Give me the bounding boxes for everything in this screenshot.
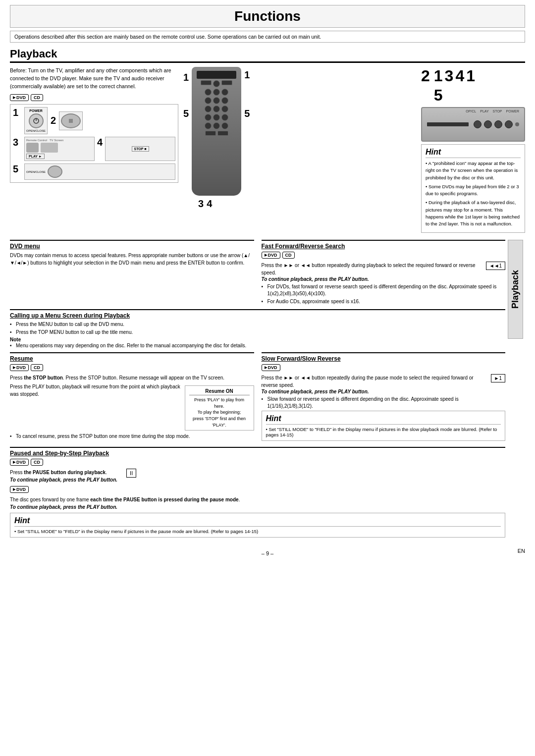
ff-bullet-2: For Audio CDs, approximate speed is x16. [262, 298, 506, 305]
footer-right: EN [273, 548, 525, 554]
remote-btn9 [213, 106, 220, 112]
bottom-hint-text: • Set "STILL MODE" to "FIELD" in the Dis… [14, 529, 501, 534]
resume-cd-icon: CD [31, 364, 43, 371]
steps-diagram: 1 POWER OPEN/CLOSE 2 [10, 104, 178, 183]
stop-label: STOP [493, 109, 502, 113]
step5-number: 5 [13, 163, 22, 180]
dvd-btn-1 [474, 120, 482, 128]
remote-row1 [194, 80, 239, 87]
section-title: Playback [10, 48, 525, 63]
fast-forward-section: Fast Forward/Reverse Search DVD CD Press… [262, 240, 506, 306]
big-num-4: 4 [455, 67, 464, 85]
disc-icon [61, 113, 81, 128]
calling-item-2: Press the TOP MENU button to call up the… [10, 329, 505, 336]
sf-bullet-1: Slow forward or reverse speed is differe… [262, 396, 506, 410]
ff-bullet-1: For DVDs, fast forward or reverse search… [262, 283, 506, 297]
remote-btn15 [213, 122, 220, 129]
playback-intro: Before: Turn on the TV, amplifier and an… [10, 67, 178, 90]
remote-btn16 [221, 122, 228, 129]
paused-dvd-icon: DVD [10, 459, 29, 466]
paused-icon-row: DVD CD [10, 459, 505, 466]
numbers-hint-area: 2 1 3 4 1 5 [421, 67, 525, 236]
page-footer: – 9 – EN [10, 545, 525, 556]
sf-body-area: Press the ►► or ◄◄ button repeatedly dur… [262, 374, 506, 389]
calling-note-label: Note [10, 337, 505, 342]
hint-slow-title: Hint [266, 414, 501, 425]
op-cl-label: OP/CL [466, 109, 476, 113]
resume-on-box: Resume ON Press 'PLAY' to play from here… [185, 385, 254, 431]
sf-body: Press the ►► or ◄◄ button repeatedly dur… [262, 374, 483, 389]
power-button-icon [29, 113, 44, 128]
remote-btn13 [221, 114, 228, 121]
step5-illustration: OPEN/CLOSE [24, 163, 175, 180]
resume-title: Resume [10, 355, 254, 362]
resume-dvd-icon: DVD [10, 364, 29, 371]
paused-title: Paused and Step-by-Step Playback [10, 450, 505, 457]
resume-section: Resume DVD CD Press the STOP button. Pre… [10, 352, 254, 444]
ff-bullets: For DVDs, fast forward or reverse search… [262, 283, 506, 305]
bottom-step4: 4 [207, 198, 212, 210]
remote-btn4 [221, 89, 228, 96]
bottom-main-content: DVD menu DVDs may contain menus to acces… [10, 240, 505, 540]
resume-body2-area: Press the PLAY button, playback will res… [10, 383, 254, 433]
remote-step-numbers: 1 5 [183, 67, 189, 119]
dvd-only-icon: DVD [10, 486, 29, 493]
big-num-1b: 1 [466, 67, 475, 85]
sf-icon-row: DVD [262, 364, 506, 371]
page-number: – 9 – [262, 550, 273, 556]
dvd-btn-4 [505, 120, 513, 128]
remote-row2 [194, 89, 239, 96]
paused-cd-icon: CD [31, 459, 43, 466]
step1-number: 1 [13, 107, 22, 134]
remote-step1: 1 [183, 72, 189, 83]
step34-area: 3 Remote Control TV Screen PLAY ► 4 [13, 137, 175, 161]
paused-section: Paused and Step-by-Step Playback DVD CD … [10, 447, 505, 538]
sf-dvd-icon: DVD [262, 364, 280, 371]
remote-btn10 [221, 106, 228, 112]
num-row-top: 1 3 4 1 [434, 67, 475, 85]
sf-symbol-box: ►1 [491, 374, 505, 382]
main-hint-content: A "prohibited icon" may appear at the to… [426, 160, 521, 227]
remote-open-btn [221, 80, 232, 85]
remote-btn8 [205, 106, 212, 112]
remote-row4 [194, 106, 239, 112]
paused-italic: To continue playback, press the PLAY but… [10, 477, 117, 483]
dvd-btn-2 [484, 120, 492, 128]
remote-row3 [194, 97, 239, 104]
dvd-buttons [474, 120, 519, 128]
ff-symbol-box: ◄◄1 [486, 262, 505, 270]
remote-btn6 [213, 97, 220, 104]
calling-item-1: Press the MENU button to call up the DVD… [10, 321, 505, 328]
slow-forward-section: Slow Forward/Slow Reverse DVD Press the … [262, 352, 506, 444]
calling-section: Calling up a Menu Screen during Playback… [10, 309, 505, 349]
remote-btn5 [205, 97, 212, 104]
remote-setup-btn [205, 131, 216, 136]
remote-area: 1 5 [183, 67, 417, 236]
hint-item-1: A "prohibited icon" may appear at the to… [426, 160, 521, 181]
pause-symbol-box: II [126, 469, 136, 478]
right-nums: 1 3 4 1 5 [434, 67, 475, 105]
calling-list: Press the MENU button to call up the DVD… [10, 321, 505, 336]
bottom-hint-box: Hint • Set "STILL MODE" to "FIELD" in th… [10, 513, 505, 538]
bottom-hint-title: Hint [14, 516, 501, 527]
big-numbers: 2 1 3 4 1 5 [421, 67, 525, 105]
big-num-5: 5 [434, 86, 475, 105]
step-numbers-34: 3 4 [183, 198, 417, 210]
page-title: Functions [10, 5, 525, 28]
functions-label-container: Playback [508, 240, 525, 540]
power-label: POWER [506, 109, 519, 113]
bottom-step3: 3 [198, 198, 204, 210]
step2-illustration [59, 111, 83, 130]
big-num-3: 3 [445, 67, 454, 85]
remote-btn11 [205, 114, 212, 121]
remote-power-btn [201, 80, 212, 85]
sf-title: Slow Forward/Slow Reverse [262, 355, 506, 362]
dvd-menu-section: DVD menu DVDs may contain menus to acces… [10, 240, 254, 306]
dvd-player-panel: OP/CL PLAY STOP POWER [421, 107, 525, 142]
ff-icon-row: DVD CD [262, 252, 506, 259]
remote-right-steps: 1 5 [244, 67, 250, 119]
hint-item-3: During the playback of a two-layered dis… [426, 199, 521, 227]
resume-box-line3: press 'STOP' first and then 'PLAY'. [189, 416, 250, 428]
remote-row6 [194, 122, 239, 129]
ff-cd-icon: CD [282, 252, 295, 259]
